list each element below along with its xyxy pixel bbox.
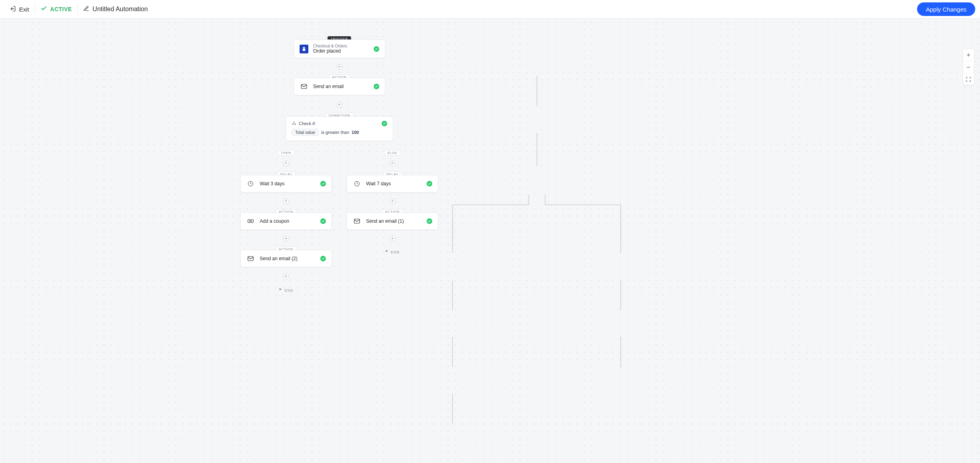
flag-icon xyxy=(278,288,282,293)
clock-icon xyxy=(353,179,361,188)
flag-icon xyxy=(385,250,389,255)
svg-point-14 xyxy=(295,124,296,125)
connectors xyxy=(0,19,980,463)
title-text: Untitled Automation xyxy=(92,6,148,13)
branch-icon xyxy=(292,121,296,126)
shopping-bag-icon xyxy=(300,45,308,53)
add-step-button[interactable]: + xyxy=(283,198,289,204)
apply-changes-button[interactable]: Apply Changes xyxy=(917,2,975,16)
trigger-app: Checkout & Orders xyxy=(313,44,347,49)
else-delay-card[interactable]: Wait 7 days xyxy=(347,175,438,192)
add-step-button[interactable]: + xyxy=(337,64,342,70)
action-title: Send an email (1) xyxy=(366,218,404,224)
zoom-fit-button[interactable] xyxy=(963,73,974,85)
then-label-pill: THEN xyxy=(278,150,294,155)
svg-rect-12 xyxy=(301,84,307,89)
mail-icon xyxy=(300,82,308,91)
delay-title: Wait 3 days xyxy=(260,181,284,186)
status-ok-icon xyxy=(320,256,326,261)
add-step-button[interactable]: + xyxy=(337,102,342,108)
else-label-pill: ELSE xyxy=(384,150,400,155)
action-send-email-card[interactable]: Send an email xyxy=(294,78,385,95)
action-title: Add a coupon xyxy=(260,218,289,224)
pencil-icon xyxy=(83,6,89,13)
action-title: Send an email xyxy=(313,84,344,89)
status-ok-icon xyxy=(382,121,387,126)
condition-check-if: Check if: xyxy=(299,121,316,126)
check-icon xyxy=(41,5,47,13)
then-end-marker: END xyxy=(278,288,293,293)
mail-icon xyxy=(353,217,361,226)
status-ok-icon xyxy=(320,181,326,186)
then-coupon-card[interactable]: Add a coupon xyxy=(240,212,332,230)
condition-card[interactable]: Check if: Total value is greater than 10… xyxy=(286,116,393,141)
condition-value: 100 xyxy=(352,130,359,135)
trigger-event: Order placed xyxy=(313,49,347,54)
divider xyxy=(35,4,35,14)
status-ok-icon xyxy=(374,46,379,52)
add-step-button[interactable]: + xyxy=(390,236,395,241)
flow-canvas[interactable]: TRIGGER Checkout & Orders Order placed +… xyxy=(0,19,980,463)
add-step-button[interactable]: + xyxy=(390,161,395,166)
coupon-icon xyxy=(246,217,255,226)
status-ok-icon xyxy=(427,181,432,186)
status-ok-icon xyxy=(320,218,326,224)
add-step-button[interactable]: + xyxy=(390,198,395,204)
zoom-in-button[interactable] xyxy=(963,49,974,61)
clock-icon xyxy=(246,179,255,188)
add-step-button[interactable]: + xyxy=(283,274,289,279)
status-ok-icon xyxy=(427,218,432,224)
automation-title[interactable]: Untitled Automation xyxy=(78,4,153,15)
zoom-out-button[interactable] xyxy=(963,61,974,73)
divider xyxy=(77,4,78,14)
svg-point-13 xyxy=(292,124,293,125)
then-delay-card[interactable]: Wait 3 days xyxy=(240,175,332,192)
add-step-button[interactable]: + xyxy=(283,236,289,241)
exit-label: Exit xyxy=(19,6,29,13)
svg-rect-18 xyxy=(354,219,360,224)
else-email-card[interactable]: Send an email (1) xyxy=(347,212,438,230)
then-email-card[interactable]: Send an email (2) xyxy=(240,250,332,267)
condition-operator: is greater than xyxy=(321,130,349,135)
delay-title: Wait 7 days xyxy=(366,181,391,186)
exit-button[interactable]: Exit xyxy=(5,4,34,15)
action-title: Send an email (2) xyxy=(260,256,298,261)
mail-icon xyxy=(246,254,255,263)
header-bar: Exit ACTIVE Untitled Automation Apply Ch… xyxy=(0,0,980,19)
status-text: ACTIVE xyxy=(50,6,72,12)
exit-icon xyxy=(10,6,16,13)
status-indicator: ACTIVE xyxy=(36,4,76,15)
condition-field-chip: Total value xyxy=(292,129,319,136)
zoom-controls xyxy=(962,49,974,85)
status-ok-icon xyxy=(374,84,379,89)
trigger-card[interactable]: Checkout & Orders Order placed xyxy=(294,39,385,58)
add-step-button[interactable]: + xyxy=(283,161,289,166)
else-end-marker: END xyxy=(385,250,400,255)
svg-rect-19 xyxy=(248,257,253,261)
